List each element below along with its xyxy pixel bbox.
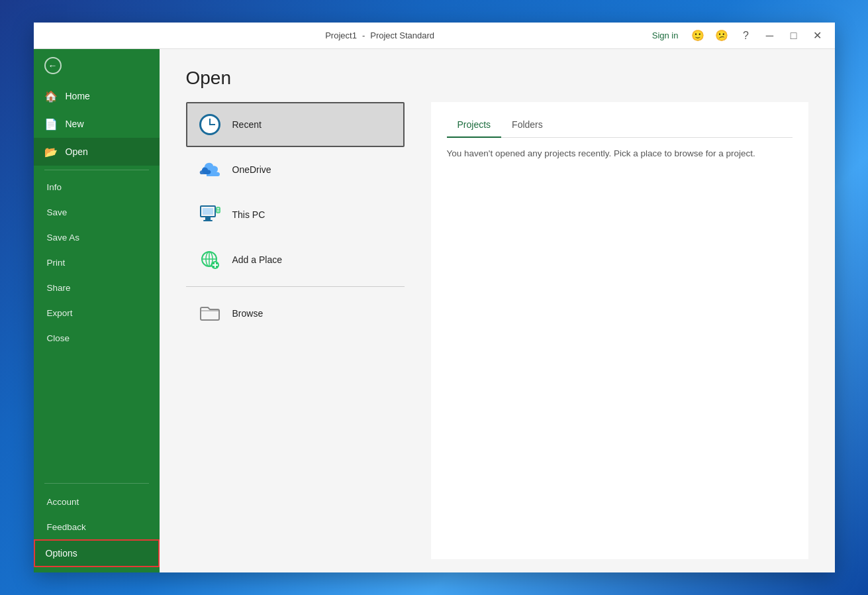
location-divider [186, 286, 405, 287]
sidebar-item-account[interactable]: Account [34, 489, 160, 514]
sidebar-item-save[interactable]: Save [34, 199, 160, 225]
sidebar-item-share[interactable]: Share [34, 275, 160, 300]
close-button[interactable]: ✕ [808, 27, 826, 45]
back-icon: ← [44, 57, 62, 74]
location-add-place-label: Add a Place [232, 254, 283, 265]
titlebar-separator: - [362, 30, 365, 40]
sidebar-item-options[interactable]: Options [34, 539, 160, 567]
sidebar-divider-1 [44, 170, 149, 170]
app-body: ← 🏠 Home 📄 New 📂 Open Info [34, 49, 835, 572]
titlebar-actions: Sign in 🙂 😕 ? ─ □ ✕ [652, 27, 827, 45]
location-onedrive-label: OneDrive [232, 164, 271, 175]
location-list: Recent OneDrive [186, 102, 405, 559]
sidebar-bottom: Account Feedback Options [34, 479, 160, 572]
empty-state-message: You haven't opened any projects recently… [447, 148, 793, 158]
sidebar-item-open-label: Open [66, 146, 88, 157]
sidebar-item-export[interactable]: Export [34, 300, 160, 325]
sidebar-info-label: Info [47, 182, 62, 192]
sidebar-share-label: Share [47, 283, 71, 293]
sidebar-save-label: Save [47, 207, 68, 217]
sidebar-feedback-label: Feedback [47, 522, 86, 532]
sidebar-item-save-as[interactable]: Save As [34, 225, 160, 250]
sidebar-close-label: Close [47, 333, 70, 343]
location-recent-label: Recent [232, 119, 262, 130]
sidebar-item-open[interactable]: 📂 Open [34, 138, 160, 166]
page-title: Open [186, 68, 808, 89]
sidebar-account-label: Account [47, 497, 79, 507]
sad-icon-button[interactable]: 😕 [712, 27, 731, 45]
svg-rect-2 [205, 217, 211, 220]
location-onedrive[interactable]: OneDrive [186, 147, 405, 192]
sidebar-item-home[interactable]: 🏠 Home [34, 82, 160, 110]
sidebar-item-new[interactable]: 📄 New [34, 110, 160, 138]
app-subtitle: Project Standard [370, 30, 434, 40]
add-place-icon [198, 248, 222, 272]
main-header: Open [160, 49, 835, 102]
location-browse-label: Browse [232, 308, 264, 319]
right-panel: Projects Folders You haven't opened any … [431, 102, 808, 559]
sidebar-export-label: Export [47, 308, 73, 318]
home-icon: 🏠 [44, 90, 58, 103]
help-button[interactable]: ? [736, 27, 755, 45]
sidebar-item-close[interactable]: Close [34, 325, 160, 351]
new-icon: 📄 [44, 118, 58, 131]
location-browse[interactable]: Browse [186, 291, 405, 336]
sidebar-options-label: Options [46, 548, 77, 559]
minimize-button[interactable]: ─ [760, 27, 779, 45]
sidebar-bottom-divider [44, 483, 149, 484]
svg-point-6 [217, 211, 218, 212]
open-icon: 📂 [44, 146, 58, 158]
location-this-pc[interactable]: This PC [186, 192, 405, 237]
sidebar-print-label: Print [47, 258, 66, 268]
sidebar-item-info[interactable]: Info [34, 174, 160, 199]
location-this-pc-label: This PC [232, 209, 265, 220]
app-window: Project1 - Project Standard Sign in 🙂 😕 … [34, 23, 835, 572]
tabs: Projects Folders [447, 115, 793, 138]
sidebar-nav: 🏠 Home 📄 New 📂 Open Info Save [34, 82, 160, 479]
sign-in-button[interactable]: Sign in [652, 30, 679, 40]
sidebar-item-print[interactable]: Print [34, 250, 160, 275]
main-content: Open Recent [160, 49, 835, 572]
sidebar-item-feedback[interactable]: Feedback [34, 514, 160, 539]
onedrive-icon [198, 158, 222, 182]
svg-rect-1 [203, 208, 213, 215]
tab-folders[interactable]: Folders [501, 115, 554, 138]
location-recent[interactable]: Recent [186, 102, 405, 147]
location-add-place[interactable]: Add a Place [186, 237, 405, 282]
smiley-icon-button[interactable]: 🙂 [689, 27, 707, 45]
recent-icon [198, 113, 222, 136]
maximize-button[interactable]: □ [784, 27, 802, 45]
sidebar-save-as-label: Save As [47, 233, 80, 243]
sidebar: ← 🏠 Home 📄 New 📂 Open Info [34, 49, 160, 572]
titlebar: Project1 - Project Standard Sign in 🙂 😕 … [34, 23, 835, 49]
sidebar-item-new-label: New [66, 119, 84, 129]
browse-icon [198, 301, 222, 325]
svg-rect-3 [203, 220, 213, 221]
sidebar-item-home-label: Home [66, 91, 90, 101]
app-title: Project1 [325, 30, 357, 40]
main-body: Recent OneDrive [160, 102, 835, 572]
svg-rect-4 [217, 207, 220, 213]
titlebar-center: Project1 - Project Standard [325, 30, 434, 40]
tab-projects[interactable]: Projects [447, 115, 502, 138]
this-pc-icon [198, 203, 222, 227]
back-button[interactable]: ← [34, 49, 160, 82]
